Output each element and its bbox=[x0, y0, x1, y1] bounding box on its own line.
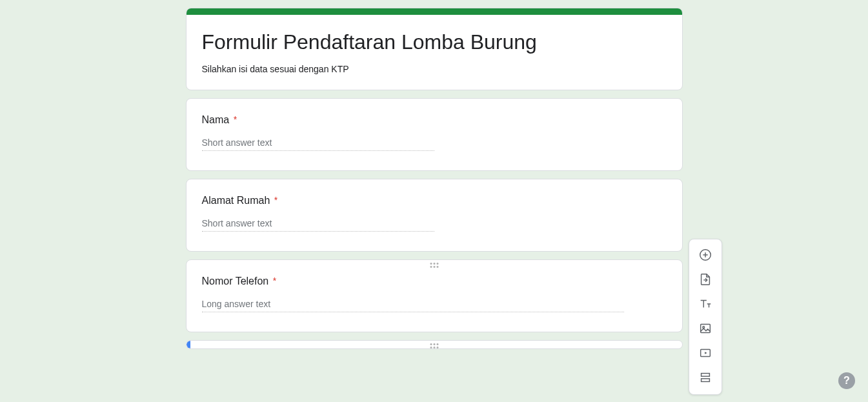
add-title-button[interactable] bbox=[692, 292, 718, 317]
svg-rect-4 bbox=[701, 324, 711, 332]
question-label: Nomor Telefon bbox=[202, 276, 269, 287]
plus-circle-icon bbox=[698, 248, 712, 264]
question-label: Alamat Rumah bbox=[202, 195, 270, 206]
help-icon: ? bbox=[843, 375, 850, 387]
add-image-button[interactable] bbox=[692, 317, 718, 341]
svg-rect-9 bbox=[701, 378, 710, 381]
image-icon bbox=[698, 321, 712, 337]
help-button[interactable]: ? bbox=[838, 372, 855, 389]
question-card-alamat[interactable]: Alamat Rumah * Short answer text bbox=[186, 179, 683, 252]
form-container: Formulir Pendaftaran Lomba Burung Silahk… bbox=[186, 0, 683, 349]
drag-handle-icon[interactable] bbox=[430, 343, 438, 348]
import-file-icon bbox=[698, 272, 712, 288]
accent-bar bbox=[187, 8, 682, 15]
long-answer-placeholder: Long answer text bbox=[202, 299, 624, 312]
add-section-button[interactable] bbox=[692, 366, 718, 390]
required-star: * bbox=[274, 195, 278, 205]
add-question-button[interactable] bbox=[692, 243, 718, 268]
section-icon bbox=[698, 370, 712, 387]
text-title-icon bbox=[698, 297, 712, 313]
form-header-card[interactable]: Formulir Pendaftaran Lomba Burung Silahk… bbox=[186, 8, 683, 90]
form-title[interactable]: Formulir Pendaftaran Lomba Burung bbox=[202, 29, 667, 55]
add-video-button[interactable] bbox=[692, 341, 718, 366]
form-description[interactable]: Silahkan isi data sesuai dengan KTP bbox=[202, 64, 667, 74]
question-toolbar bbox=[689, 239, 722, 395]
active-card-indicator bbox=[187, 341, 190, 348]
video-icon bbox=[698, 346, 712, 362]
next-card-peek[interactable] bbox=[186, 340, 683, 349]
import-questions-button[interactable] bbox=[692, 268, 718, 292]
drag-handle-icon[interactable] bbox=[430, 263, 438, 268]
required-star: * bbox=[273, 276, 276, 286]
question-label: Nama bbox=[202, 114, 230, 126]
svg-rect-8 bbox=[701, 373, 710, 376]
short-answer-placeholder: Short answer text bbox=[202, 218, 434, 232]
required-star: * bbox=[234, 114, 237, 125]
short-answer-placeholder: Short answer text bbox=[202, 137, 434, 151]
question-card-telefon[interactable]: Nomor Telefon * Long answer text bbox=[186, 259, 683, 332]
svg-marker-7 bbox=[705, 352, 707, 354]
question-card-nama[interactable]: Nama * Short answer text bbox=[186, 98, 683, 171]
